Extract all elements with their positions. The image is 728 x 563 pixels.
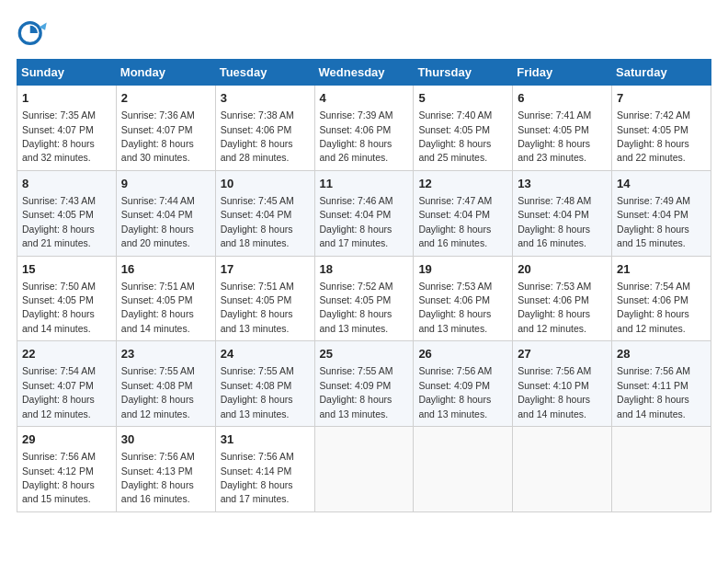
day-number: 3 (221, 90, 310, 107)
day-info: Sunrise: 7:52 AM Sunset: 4:05 PM Dayligh… (320, 281, 393, 334)
day-number: 5 (418, 90, 507, 107)
day-number: 13 (518, 176, 607, 192)
weekday-header-sunday: Sunday (17, 60, 117, 86)
calendar-day-cell: 16Sunrise: 7:51 AM Sunset: 4:05 PM Dayli… (116, 256, 215, 341)
calendar-day-cell: 13Sunrise: 7:48 AM Sunset: 4:04 PM Dayli… (513, 170, 612, 256)
day-number: 20 (518, 261, 607, 278)
calendar-day-cell: 27Sunrise: 7:56 AM Sunset: 4:10 PM Dayli… (513, 341, 612, 427)
day-info: Sunrise: 7:48 AM Sunset: 4:04 PM Dayligh… (518, 195, 591, 248)
day-number: 10 (221, 176, 310, 192)
calendar-day-cell: 25Sunrise: 7:55 AM Sunset: 4:09 PM Dayli… (314, 341, 414, 427)
calendar-day-cell: 1Sunrise: 7:35 AM Sunset: 4:07 PM Daylig… (17, 86, 117, 171)
day-info: Sunrise: 7:36 AM Sunset: 4:07 PM Dayligh… (121, 109, 195, 163)
calendar-day-cell: 17Sunrise: 7:51 AM Sunset: 4:05 PM Dayli… (215, 256, 314, 341)
calendar-day-cell: 10Sunrise: 7:45 AM Sunset: 4:04 PM Dayli… (215, 170, 314, 256)
day-number: 24 (221, 346, 310, 362)
calendar-day-cell: 2Sunrise: 7:36 AM Sunset: 4:07 PM Daylig… (116, 86, 215, 171)
calendar-day-cell: 22Sunrise: 7:54 AM Sunset: 4:07 PM Dayli… (17, 341, 117, 427)
calendar-day-cell: 29Sunrise: 7:56 AM Sunset: 4:12 PM Dayli… (17, 427, 117, 512)
calendar-header-row: SundayMondayTuesdayWednesdayThursdayFrid… (17, 60, 711, 86)
day-number: 30 (121, 431, 210, 448)
calendar-day-cell: 23Sunrise: 7:55 AM Sunset: 4:08 PM Dayli… (116, 341, 215, 427)
day-info: Sunrise: 7:56 AM Sunset: 4:13 PM Dayligh… (121, 451, 195, 504)
day-info: Sunrise: 7:51 AM Sunset: 4:05 PM Dayligh… (121, 281, 195, 334)
calendar-day-cell: 8Sunrise: 7:43 AM Sunset: 4:05 PM Daylig… (17, 170, 117, 256)
empty-cell (513, 427, 612, 512)
calendar-week-row: 29Sunrise: 7:56 AM Sunset: 4:12 PM Dayli… (17, 427, 711, 512)
day-number: 1 (22, 90, 111, 107)
calendar-week-row: 1Sunrise: 7:35 AM Sunset: 4:07 PM Daylig… (17, 86, 711, 171)
day-info: Sunrise: 7:50 AM Sunset: 4:05 PM Dayligh… (22, 281, 96, 334)
empty-cell (314, 427, 414, 512)
calendar-day-cell: 21Sunrise: 7:54 AM Sunset: 4:06 PM Dayli… (612, 256, 711, 341)
day-info: Sunrise: 7:38 AM Sunset: 4:06 PM Dayligh… (221, 109, 294, 163)
day-number: 22 (22, 346, 111, 362)
day-number: 31 (221, 431, 310, 448)
day-info: Sunrise: 7:47 AM Sunset: 4:04 PM Dayligh… (418, 195, 492, 248)
day-info: Sunrise: 7:51 AM Sunset: 4:05 PM Dayligh… (221, 281, 294, 334)
calendar-day-cell: 14Sunrise: 7:49 AM Sunset: 4:04 PM Dayli… (612, 170, 711, 256)
weekday-header-monday: Monday (116, 60, 215, 86)
weekday-header-thursday: Thursday (414, 60, 513, 86)
day-number: 17 (221, 261, 310, 278)
calendar-day-cell: 18Sunrise: 7:52 AM Sunset: 4:05 PM Dayli… (314, 256, 414, 341)
day-number: 8 (22, 176, 111, 192)
day-number: 6 (518, 90, 607, 107)
calendar-day-cell: 11Sunrise: 7:46 AM Sunset: 4:04 PM Dayli… (314, 170, 414, 256)
day-info: Sunrise: 7:43 AM Sunset: 4:05 PM Dayligh… (22, 195, 96, 248)
day-info: Sunrise: 7:55 AM Sunset: 4:08 PM Dayligh… (221, 365, 294, 419)
day-number: 18 (320, 261, 409, 278)
day-number: 27 (518, 346, 607, 362)
day-number: 28 (617, 346, 706, 362)
day-info: Sunrise: 7:53 AM Sunset: 4:06 PM Dayligh… (518, 281, 591, 334)
day-info: Sunrise: 7:56 AM Sunset: 4:10 PM Dayligh… (518, 365, 591, 419)
day-info: Sunrise: 7:41 AM Sunset: 4:05 PM Dayligh… (518, 109, 591, 163)
day-number: 23 (121, 346, 210, 362)
calendar-day-cell: 20Sunrise: 7:53 AM Sunset: 4:06 PM Dayli… (513, 256, 612, 341)
calendar-day-cell: 15Sunrise: 7:50 AM Sunset: 4:05 PM Dayli… (17, 256, 117, 341)
empty-cell (612, 427, 711, 512)
day-info: Sunrise: 7:35 AM Sunset: 4:07 PM Dayligh… (22, 109, 96, 163)
day-info: Sunrise: 7:45 AM Sunset: 4:04 PM Dayligh… (221, 195, 294, 248)
day-info: Sunrise: 7:53 AM Sunset: 4:06 PM Dayligh… (418, 281, 492, 334)
calendar-day-cell: 28Sunrise: 7:56 AM Sunset: 4:11 PM Dayli… (612, 341, 711, 427)
day-info: Sunrise: 7:56 AM Sunset: 4:11 PM Dayligh… (617, 365, 690, 419)
calendar-day-cell: 7Sunrise: 7:42 AM Sunset: 4:05 PM Daylig… (612, 86, 711, 171)
calendar-day-cell: 6Sunrise: 7:41 AM Sunset: 4:05 PM Daylig… (513, 86, 612, 171)
calendar-day-cell: 9Sunrise: 7:44 AM Sunset: 4:04 PM Daylig… (116, 170, 215, 256)
day-number: 4 (320, 90, 409, 107)
day-info: Sunrise: 7:55 AM Sunset: 4:09 PM Dayligh… (320, 365, 393, 419)
day-number: 19 (418, 261, 507, 278)
day-info: Sunrise: 7:55 AM Sunset: 4:08 PM Dayligh… (121, 365, 195, 419)
day-number: 15 (22, 261, 111, 278)
page-header (17, 17, 711, 50)
day-number: 9 (121, 176, 210, 192)
calendar-day-cell: 12Sunrise: 7:47 AM Sunset: 4:04 PM Dayli… (414, 170, 513, 256)
calendar-day-cell: 26Sunrise: 7:56 AM Sunset: 4:09 PM Dayli… (414, 341, 513, 427)
logo (17, 17, 53, 50)
weekday-header-tuesday: Tuesday (215, 60, 314, 86)
day-info: Sunrise: 7:56 AM Sunset: 4:09 PM Dayligh… (418, 365, 492, 419)
day-info: Sunrise: 7:56 AM Sunset: 4:12 PM Dayligh… (22, 451, 96, 504)
day-number: 16 (121, 261, 210, 278)
day-info: Sunrise: 7:54 AM Sunset: 4:06 PM Dayligh… (617, 281, 690, 334)
day-info: Sunrise: 7:46 AM Sunset: 4:04 PM Dayligh… (320, 195, 393, 248)
day-info: Sunrise: 7:44 AM Sunset: 4:04 PM Dayligh… (121, 195, 195, 248)
day-number: 14 (617, 176, 706, 192)
calendar-day-cell: 5Sunrise: 7:40 AM Sunset: 4:05 PM Daylig… (414, 86, 513, 171)
weekday-header-saturday: Saturday (612, 60, 711, 86)
calendar-day-cell: 31Sunrise: 7:56 AM Sunset: 4:14 PM Dayli… (215, 427, 314, 512)
calendar-day-cell: 24Sunrise: 7:55 AM Sunset: 4:08 PM Dayli… (215, 341, 314, 427)
calendar-week-row: 15Sunrise: 7:50 AM Sunset: 4:05 PM Dayli… (17, 256, 711, 341)
weekday-header-friday: Friday (513, 60, 612, 86)
calendar-day-cell: 19Sunrise: 7:53 AM Sunset: 4:06 PM Dayli… (414, 256, 513, 341)
day-info: Sunrise: 7:42 AM Sunset: 4:05 PM Dayligh… (617, 109, 690, 163)
day-number: 26 (418, 346, 507, 362)
calendar-day-cell: 4Sunrise: 7:39 AM Sunset: 4:06 PM Daylig… (314, 86, 414, 171)
day-number: 12 (418, 176, 507, 192)
day-info: Sunrise: 7:54 AM Sunset: 4:07 PM Dayligh… (22, 365, 96, 419)
calendar-table: SundayMondayTuesdayWednesdayThursdayFrid… (17, 59, 711, 512)
day-info: Sunrise: 7:49 AM Sunset: 4:04 PM Dayligh… (617, 195, 690, 248)
day-number: 2 (121, 90, 210, 107)
day-info: Sunrise: 7:56 AM Sunset: 4:14 PM Dayligh… (221, 451, 294, 504)
